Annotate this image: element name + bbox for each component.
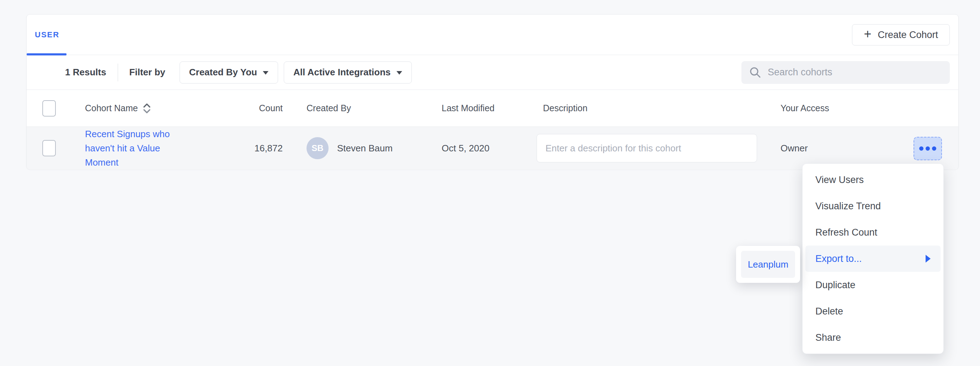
search-input[interactable] [768, 67, 942, 78]
menu-item-refresh-count[interactable]: Refresh Count [803, 219, 943, 246]
header-count: Count [259, 103, 283, 113]
cohort-name-link[interactable]: Recent Signups who haven't hit a Value M… [85, 127, 181, 170]
header-description: Description [543, 103, 587, 113]
sort-icon [142, 102, 151, 114]
menu-item-visualize-trend[interactable]: Visualize Trend [803, 193, 943, 219]
divider [118, 63, 118, 81]
last-modified-date: Oct 5, 2020 [442, 143, 489, 154]
table-header: Cohort Name Count Created By Last Modifi… [27, 90, 958, 127]
create-cohort-button[interactable]: + Create Cohort [852, 24, 950, 46]
integrations-dropdown[interactable]: All Active Integrations [284, 62, 412, 84]
created-by-name: Steven Baum [337, 143, 393, 154]
menu-item-share[interactable]: Share [803, 325, 943, 351]
tab-bar: USER + Create Cohort [27, 14, 958, 55]
filter-by-label: Filter by [129, 67, 165, 78]
table-row: Recent Signups who haven't hit a Value M… [27, 127, 958, 170]
header-cohort-name[interactable]: Cohort Name [85, 90, 151, 127]
access-value: Owner [781, 143, 808, 154]
header-your-access: Your Access [781, 103, 829, 113]
menu-item-duplicate[interactable]: Duplicate [803, 272, 943, 298]
cohort-count: 16,872 [254, 143, 283, 154]
integrations-dropdown-value: All Active Integrations [293, 67, 391, 78]
description-input[interactable] [536, 134, 757, 162]
tab-user-label: USER [35, 30, 59, 40]
menu-item-delete[interactable]: Delete [803, 298, 943, 325]
created-by-dropdown[interactable]: Created By You [180, 62, 278, 84]
row-context-menu: View Users Visualize Trend Refresh Count… [802, 163, 944, 354]
more-options-icon [919, 146, 923, 151]
submenu-arrow-icon [926, 255, 931, 263]
created-by-dropdown-value: Created By You [189, 67, 257, 78]
chevron-down-icon [396, 71, 402, 74]
search-box[interactable] [741, 61, 950, 84]
plus-icon: + [864, 28, 871, 41]
row-checkbox[interactable] [42, 140, 56, 156]
header-created-by: Created By [307, 103, 351, 113]
cohorts-panel: USER + Create Cohort 1 Results Filter by… [26, 14, 959, 170]
menu-item-view-users[interactable]: View Users [803, 166, 943, 193]
avatar: SB [307, 137, 329, 159]
create-cohort-label: Create Cohort [878, 30, 938, 41]
submenu-item-leanplum[interactable]: Leanplum [741, 251, 795, 278]
chevron-down-icon [263, 71, 269, 74]
select-all-checkbox[interactable] [42, 100, 56, 117]
menu-item-export-to[interactable]: Export to... [805, 246, 940, 272]
results-count: 1 Results [65, 67, 106, 78]
header-last-modified: Last Modified [442, 103, 495, 113]
export-submenu: Leanplum [736, 246, 800, 283]
search-icon [749, 67, 761, 79]
tab-user[interactable]: USER [27, 14, 67, 55]
filter-bar: 1 Results Filter by Created By You All A… [27, 55, 958, 90]
row-actions-button[interactable] [913, 137, 942, 160]
